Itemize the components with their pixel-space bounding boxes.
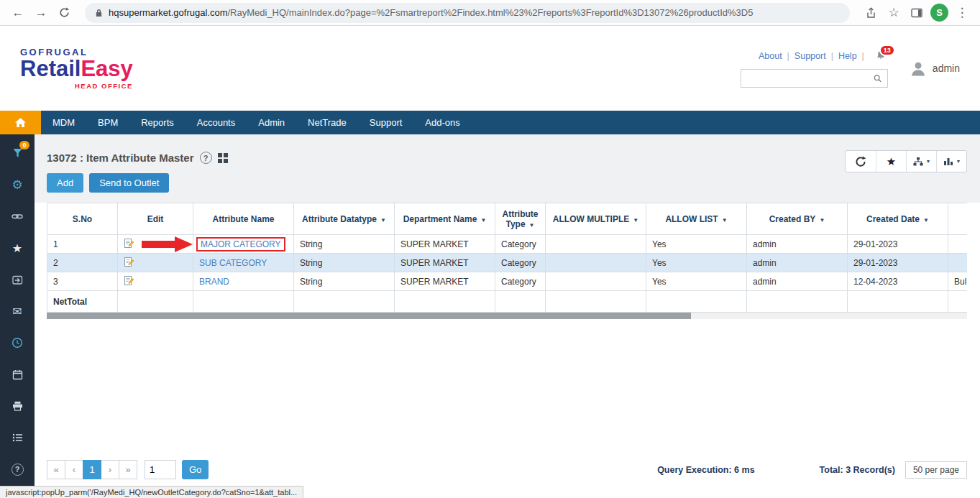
sort-caret-icon[interactable]: ▼ bbox=[480, 217, 486, 223]
support-link[interactable]: Support bbox=[794, 51, 826, 61]
net-total-label: NetTotal bbox=[47, 291, 118, 313]
sort-caret-icon[interactable]: ▼ bbox=[722, 217, 728, 223]
per-page-select[interactable]: 50 per page bbox=[905, 461, 967, 479]
grid-footer: « ‹ 1 › » Go Query Execution: 6 ms Total… bbox=[47, 460, 967, 479]
scrollbar-thumb[interactable] bbox=[47, 313, 691, 319]
cell-edit bbox=[118, 254, 193, 272]
help-icon[interactable]: ? bbox=[12, 462, 24, 476]
about-link[interactable]: About bbox=[759, 51, 782, 61]
browser-status-bubble: javascript:popUp_parm('/RayMedi_HQ/newOu… bbox=[0, 486, 303, 498]
report-help-icon[interactable]: ? bbox=[200, 152, 212, 164]
next-page-button[interactable]: › bbox=[101, 460, 119, 479]
nav-item-addons[interactable]: Add-ons bbox=[413, 111, 471, 134]
user-menu[interactable]: admin bbox=[910, 60, 960, 76]
attribute-link[interactable]: MAJOR CATEGORY bbox=[201, 239, 281, 249]
link-icon[interactable] bbox=[12, 209, 23, 223]
browser-menu-icon[interactable]: ⋮ bbox=[953, 4, 971, 22]
list-icon[interactable] bbox=[12, 430, 23, 445]
nav-item-mdm[interactable]: MDM bbox=[41, 111, 86, 134]
report-main: ★ ▼ ▼ 13072 : Ite bbox=[35, 134, 980, 498]
settings-gear-icon[interactable]: ⚙ bbox=[12, 177, 22, 192]
dashboard-grid-icon[interactable] bbox=[218, 153, 228, 163]
sort-caret-icon[interactable]: ▼ bbox=[380, 217, 386, 223]
last-page-button[interactable]: » bbox=[119, 460, 137, 479]
browser-profile-avatar[interactable]: S bbox=[930, 4, 948, 22]
bookmark-star-icon[interactable]: ☆ bbox=[884, 4, 903, 22]
send-arrow-icon bbox=[12, 275, 23, 285]
send-to-outlet-button[interactable]: Send to Outlet bbox=[89, 173, 169, 193]
help-link[interactable]: Help bbox=[838, 51, 857, 61]
username-label: admin bbox=[933, 63, 960, 74]
edit-icon[interactable] bbox=[124, 275, 134, 286]
nav-item-bpm[interactable]: BPM bbox=[86, 111, 129, 134]
forward-icon[interactable]: → bbox=[32, 4, 50, 22]
col-attribute-type[interactable]: Attribute Type▼ bbox=[495, 203, 546, 235]
global-search[interactable] bbox=[741, 69, 888, 88]
nav-item-support[interactable]: Support bbox=[358, 111, 414, 134]
attribute-link[interactable]: BRAND bbox=[199, 277, 229, 287]
nav-item-accounts[interactable]: Accounts bbox=[186, 111, 247, 134]
cell-created-by: admin bbox=[747, 235, 848, 254]
star-icon[interactable]: ★ bbox=[12, 241, 22, 255]
print-icon[interactable] bbox=[12, 399, 23, 413]
send-icon[interactable] bbox=[12, 272, 23, 287]
calendar-icon[interactable] bbox=[12, 367, 23, 382]
col-department-name[interactable]: Department Name▼ bbox=[395, 203, 495, 235]
notifications-bell-icon[interactable]: 13 bbox=[875, 50, 888, 63]
clock-icon[interactable] bbox=[12, 336, 23, 350]
col-allow-list[interactable]: ALLOW LIST▼ bbox=[646, 203, 747, 235]
side-panel-icon[interactable] bbox=[907, 4, 926, 22]
side-panel-icon bbox=[911, 8, 922, 18]
refresh-icon[interactable] bbox=[55, 4, 73, 22]
search-input[interactable] bbox=[747, 73, 874, 83]
cell-allow-list: Yes bbox=[646, 272, 747, 291]
cell-allow-list: Yes bbox=[646, 254, 747, 272]
col-attribute-datatype[interactable]: Attribute Datatype▼ bbox=[294, 203, 395, 235]
sort-caret-icon[interactable]: ▼ bbox=[819, 217, 825, 223]
sort-caret-icon[interactable]: ▼ bbox=[529, 222, 535, 229]
sort-caret-icon[interactable]: ▼ bbox=[633, 217, 638, 223]
cell-created-date: 12-04-2023 bbox=[848, 272, 948, 291]
address-bar[interactable]: hqsupermarket.gofrugal.com/RayMedi_HQ/ma… bbox=[85, 3, 850, 23]
cell-datatype: String bbox=[294, 235, 395, 254]
page-title: 13072 : Item Attribute Master bbox=[47, 152, 194, 164]
nav-item-nettrade[interactable]: NetTrade bbox=[296, 111, 358, 134]
query-execution-label: Query Execution: 6 ms bbox=[657, 465, 754, 475]
home-tab[interactable] bbox=[0, 111, 41, 134]
add-button[interactable]: Add bbox=[47, 173, 83, 193]
goto-page-input[interactable] bbox=[145, 460, 176, 479]
back-icon[interactable]: ← bbox=[9, 4, 27, 22]
cell-created-date: 29-01-2023 bbox=[848, 235, 948, 254]
home-icon bbox=[14, 117, 27, 128]
cell-department: SUPER MARKET bbox=[395, 254, 495, 272]
share-icon[interactable] bbox=[861, 4, 880, 22]
prev-page-button[interactable]: ‹ bbox=[65, 460, 83, 479]
horizontal-scrollbar[interactable] bbox=[47, 313, 967, 319]
menu-list-icon bbox=[12, 433, 23, 442]
cell-sno: 1 bbox=[47, 235, 118, 254]
col-created-by[interactable]: Created BY▼ bbox=[747, 203, 848, 235]
printer-icon bbox=[12, 401, 23, 411]
page-number-button[interactable]: 1 bbox=[83, 460, 101, 479]
nav-item-admin[interactable]: Admin bbox=[247, 111, 296, 134]
product-text: RetailEasy bbox=[20, 57, 133, 81]
edit-icon[interactable] bbox=[124, 238, 134, 249]
search-icon[interactable] bbox=[874, 73, 881, 83]
browser-toolbar: ← → hqsupermarket.gofrugal.com/RayMedi_H… bbox=[0, 0, 980, 26]
first-page-button[interactable]: « bbox=[47, 460, 65, 479]
col-edit: Edit bbox=[118, 203, 193, 235]
share-icon bbox=[866, 7, 876, 19]
attribute-link[interactable]: SUB CATEGORY bbox=[199, 258, 267, 268]
filter-icon[interactable]: 0 bbox=[12, 146, 23, 160]
cell-type: Category bbox=[495, 272, 546, 291]
mail-icon[interactable]: ✉ bbox=[12, 304, 22, 318]
col-created-date[interactable]: Created Date▼ bbox=[848, 203, 948, 235]
go-button[interactable]: Go bbox=[182, 460, 209, 479]
logo-tagline: HEAD OFFICE bbox=[20, 82, 133, 90]
nav-item-reports[interactable]: Reports bbox=[129, 111, 186, 134]
sort-caret-icon[interactable]: ▼ bbox=[923, 217, 929, 223]
col-allow-multiple[interactable]: ALLOW MULTIPLE▼ bbox=[546, 203, 646, 235]
url-path: /RayMedi_HQ/mainIndex.do?page=%2Fsmartre… bbox=[227, 7, 753, 18]
separator: | bbox=[862, 51, 864, 61]
edit-icon[interactable] bbox=[124, 257, 134, 267]
